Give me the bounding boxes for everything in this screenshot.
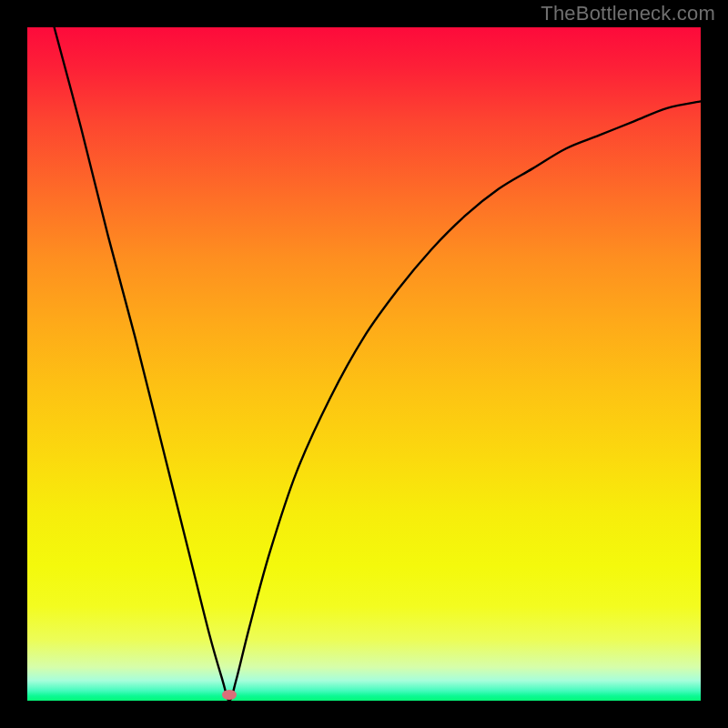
minimum-marker bbox=[222, 690, 237, 700]
plot-area bbox=[27, 27, 701, 701]
chart-frame: TheBottleneck.com bbox=[0, 0, 728, 728]
bottleneck-curve bbox=[27, 27, 701, 701]
watermark-text: TheBottleneck.com bbox=[541, 2, 715, 25]
